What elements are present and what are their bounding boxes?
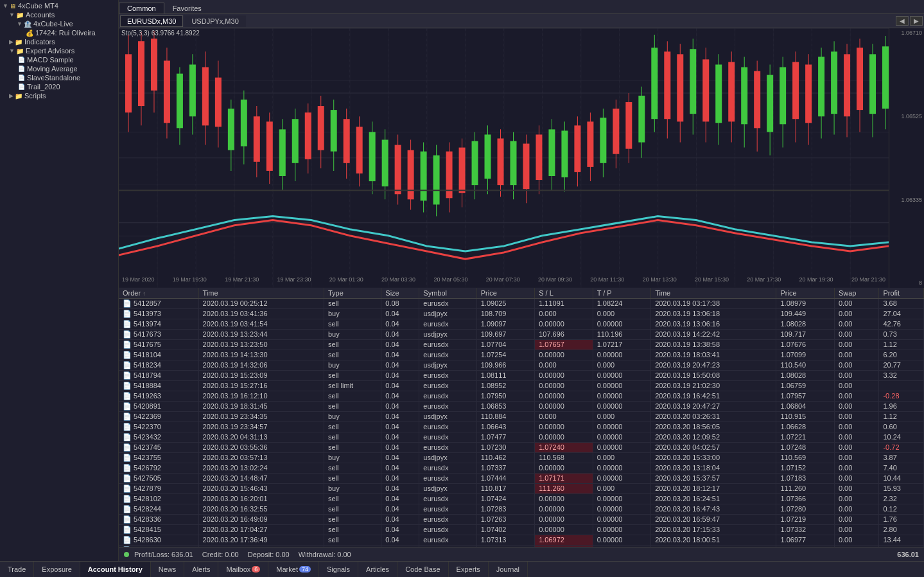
table-row[interactable]: 📄 54278792020.03.20 15:46:43buy0.04usdjp…	[119, 483, 924, 493]
chart-tab-usdjpyx[interactable]: USDJPYx,M30	[184, 15, 245, 27]
chart-tab-eurusdx[interactable]: EURUSDx,M30	[120, 15, 183, 27]
nav-tab-news[interactable]: News	[151, 562, 185, 577]
nav-tab-articles[interactable]: Articles	[358, 562, 397, 577]
sidebar-item-17424[interactable]: 💰 17424: Rui Oliveira	[0, 28, 118, 37]
sidebar-item-trail[interactable]: 📄 Trail_2020	[0, 82, 118, 91]
cell-sl: 1.07657	[535, 339, 593, 350]
table-row[interactable]: 📄 54181042020.03.19 14:13:30sell0.04euru…	[119, 350, 924, 360]
table-row[interactable]: 📄 54281022020.03.20 16:20:01sell0.04euru…	[119, 493, 924, 504]
sidebar-item-accounts[interactable]: ▼ 📁 Accounts	[0, 10, 118, 19]
table-row[interactable]: 📄 54176752020.03.19 13:23:50sell0.04euru…	[119, 339, 924, 350]
svg-rect-49	[279, 129, 286, 176]
nav-tab-experts[interactable]: Experts	[449, 562, 489, 577]
table-row[interactable]: 📄 54283362020.03.20 16:49:09sell0.04euru…	[119, 514, 924, 524]
ea-icon: 📄	[18, 75, 25, 81]
th-order[interactable]: Order ↑	[119, 288, 198, 299]
cell-profit: 2.32	[879, 493, 924, 504]
tab-favorites[interactable]: Favorites	[164, 3, 210, 13]
cell-close-time: 2020.03.20 18:00:51	[651, 535, 776, 545]
cell-sl: 0.00000	[535, 380, 593, 391]
svg-rect-127	[780, 67, 786, 125]
nav-tab-exposure[interactable]: Exposure	[34, 562, 80, 577]
svg-rect-109	[664, 51, 670, 119]
table-row[interactable]: 📄 54192632020.03.19 16:12:10sell0.04euru…	[119, 391, 924, 401]
expand-icon: ▼	[9, 48, 15, 54]
table-row[interactable]: 📄 54208912020.03.19 18:31:45sell0.04euru…	[119, 401, 924, 411]
cell-symbol: eurusdx	[419, 524, 476, 535]
sidebar-label-macd: MACD Sample	[27, 56, 74, 64]
table-row[interactable]: 📄 54176732020.03.19 13:23:44buy0.04usdjp…	[119, 329, 924, 339]
sidebar-item-expert-advisors[interactable]: ▼ 📁 Expert Advisors	[0, 46, 118, 55]
nav-tab-market[interactable]: Market74	[268, 562, 319, 577]
sidebar-item-macd[interactable]: 📄 MACD Sample	[0, 55, 118, 64]
table-row[interactable]: 📄 54128572020.03.19 00:25:12sell0.08euru…	[119, 298, 924, 308]
sidebar-item-moving-avg[interactable]: 📄 Moving Average	[0, 64, 118, 73]
cell-order: 📄 5417675	[119, 339, 198, 350]
cell-tp: 0.00000	[593, 442, 650, 452]
sidebar-item-scripts[interactable]: ▶ 📁 Scripts	[0, 91, 118, 100]
nav-tab-code-base[interactable]: Code Base	[397, 562, 448, 577]
cell-close-price: 1.06804	[776, 401, 834, 411]
cell-order: 📄 5418794	[119, 370, 198, 380]
table-row[interactable]: 📄 54282442020.03.20 16:32:55sell0.04euru…	[119, 504, 924, 514]
cell-swap: 0.00	[834, 483, 878, 493]
svg-rect-101	[613, 109, 619, 154]
svg-rect-51	[292, 119, 299, 163]
svg-rect-85	[510, 141, 516, 186]
cell-price: 1.09097	[476, 319, 534, 329]
cell-type: buy	[324, 329, 381, 339]
svg-rect-81	[485, 134, 491, 179]
table-row[interactable]: 📄 54139732020.03.19 03:41:36buy0.04usdjp…	[119, 308, 924, 319]
table-row[interactable]: 📄 54223692020.03.19 23:34:35buy0.04usdjp…	[119, 411, 924, 422]
table-row[interactable]: 📄 54275052020.03.20 14:48:47sell0.04euru…	[119, 473, 924, 483]
nav-tab-account-history[interactable]: Account History	[80, 562, 151, 577]
cell-price: 1.07950	[476, 391, 534, 401]
cell-open-time: 2020.03.20 16:20:01	[198, 493, 324, 504]
table-row[interactable]: 📄 54188842020.03.19 15:27:16sell limit0.…	[119, 380, 924, 391]
nav-tab-journal[interactable]: Journal	[489, 562, 528, 577]
sidebar-item-4xcube-live[interactable]: ▼ 🏦 4xCube-Live	[0, 19, 118, 28]
nav-tab-mailbox[interactable]: Mailbox6	[218, 562, 268, 577]
cell-sl: 0.00000	[535, 463, 593, 473]
table-row[interactable]: 📄 54182342020.03.19 14:32:06buy0.04usdjp…	[119, 360, 924, 370]
table-row[interactable]: 📄 54237552020.03.20 03:57:13buy0.04usdjp…	[119, 452, 924, 463]
svg-rect-79	[472, 141, 478, 186]
cell-close-time: 2020.03.20 18:56:05	[651, 422, 776, 432]
chart-prev-button[interactable]: ◀	[896, 16, 909, 26]
cell-swap: 0.00	[834, 329, 878, 339]
table-row[interactable]: 📄 54284152020.03.20 17:04:27sell0.04euru…	[119, 524, 924, 535]
trade-table-container[interactable]: Order ↑ Time Type Size Symbol Price S / …	[119, 288, 924, 547]
cell-close-time: 2020.03.19 16:42:51	[651, 391, 776, 401]
nav-tab-alerts[interactable]: Alerts	[184, 562, 218, 577]
cell-symbol: eurusdx	[419, 298, 476, 308]
cell-type: sell limit	[324, 380, 381, 391]
sidebar-item-4xcube-mt4[interactable]: ▼ 🖥 4xCube MT4	[0, 1, 118, 10]
nav-tab-signals[interactable]: Signals	[319, 562, 358, 577]
table-row[interactable]: 📄 54139742020.03.19 03:41:54sell0.04euru…	[119, 319, 924, 329]
tab-common[interactable]: Common	[119, 3, 164, 13]
table-row[interactable]: 📄 54237452020.03.20 03:55:36sell0.04euru…	[119, 442, 924, 452]
cell-profit	[879, 380, 924, 391]
table-row[interactable]: 📄 54187942020.03.19 15:23:09sell0.04euru…	[119, 370, 924, 380]
svg-rect-33	[177, 74, 183, 129]
chart-next-button[interactable]: ▶	[910, 16, 923, 26]
credit-label: Credit: 0.00	[202, 551, 239, 558]
nav-tab-trade[interactable]: Trade	[0, 562, 34, 577]
cell-size: 0.04	[381, 350, 419, 360]
svg-rect-99	[600, 118, 606, 163]
svg-rect-59	[344, 119, 350, 163]
cell-type: sell	[324, 493, 381, 504]
cell-order: 📄 5420891	[119, 401, 198, 411]
table-row[interactable]: 📄 54223702020.03.19 23:34:57sell0.04euru…	[119, 422, 924, 432]
sidebar-item-slave[interactable]: 📄 SlaveStandalone	[0, 73, 118, 82]
th-profit: Profit	[879, 288, 924, 299]
svg-rect-103	[625, 102, 632, 149]
time-label: 20 Mar 13:30	[643, 276, 677, 288]
table-row[interactable]: 📄 54234322020.03.20 04:31:13sell0.04euru…	[119, 432, 924, 442]
sidebar-item-indicators[interactable]: ▶ 📁 Indicators	[0, 37, 118, 46]
table-row[interactable]: 📄 54267922020.03.20 13:02:24sell0.04euru…	[119, 463, 924, 473]
folder-icon: 📁	[16, 48, 24, 55]
table-row[interactable]: 📄 54286302020.03.20 17:36:49sell0.04euru…	[119, 535, 924, 545]
cell-close-price: 1.07099	[776, 350, 834, 360]
sidebar-label-trail: Trail_2020	[27, 83, 60, 91]
